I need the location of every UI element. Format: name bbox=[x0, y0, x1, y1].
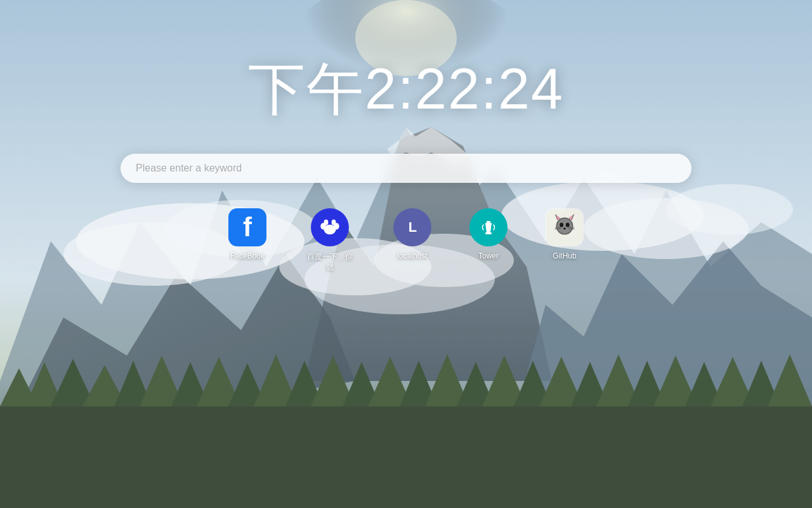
bookmark-localhost[interactable]: L localhost bbox=[393, 208, 431, 260]
facebook-icon: f bbox=[228, 208, 266, 246]
localhost-icon: L bbox=[393, 208, 431, 246]
svg-rect-55 bbox=[485, 232, 492, 234]
baidu-icon bbox=[311, 208, 349, 246]
search-input[interactable] bbox=[121, 154, 691, 183]
github-icon bbox=[546, 208, 584, 246]
bookmark-baidu[interactable]: 百度一下，你就 bbox=[304, 208, 355, 273]
baidu-label: 百度一下，你就 bbox=[304, 251, 355, 273]
svg-point-50 bbox=[324, 220, 328, 225]
search-bar-container bbox=[121, 154, 691, 183]
svg-point-63 bbox=[560, 223, 563, 227]
tower-label: Tower bbox=[478, 251, 499, 260]
github-label: GitHub bbox=[553, 251, 576, 260]
clock-display: 下午2:22:24 bbox=[248, 51, 564, 128]
bookmark-github[interactable]: GitHub bbox=[546, 208, 584, 260]
svg-point-69 bbox=[563, 227, 566, 229]
bookmark-tower[interactable]: Tower bbox=[469, 208, 508, 260]
main-content: 下午2:22:24 f FaceBook 百度一 bbox=[0, 0, 812, 508]
svg-point-51 bbox=[332, 220, 336, 225]
svg-point-62 bbox=[557, 218, 572, 233]
svg-rect-53 bbox=[487, 221, 490, 223]
localhost-label: localhost bbox=[397, 251, 427, 260]
svg-point-64 bbox=[566, 223, 570, 227]
tower-icon bbox=[469, 208, 508, 246]
bookmarks-row: f FaceBook 百度一下，你就 L localhost bbox=[228, 208, 584, 273]
bookmark-facebook[interactable]: f FaceBook bbox=[228, 208, 266, 260]
facebook-label: FaceBook bbox=[230, 251, 265, 260]
